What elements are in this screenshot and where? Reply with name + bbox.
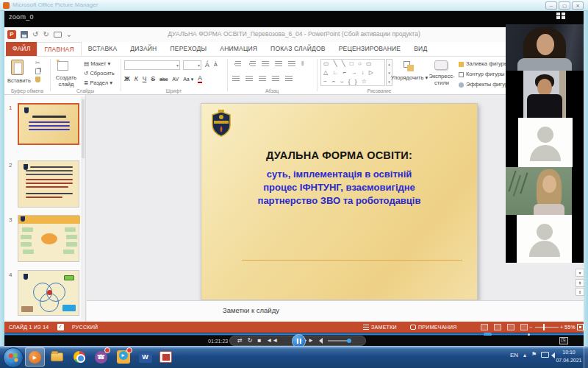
slide-thumbnail-1[interactable]	[18, 103, 79, 145]
slide-thumbnail-3[interactable]	[18, 215, 79, 262]
close-button[interactable]: ✕	[572, 1, 584, 10]
grow-font-icon[interactable]: А́	[205, 62, 209, 68]
repeat-icon[interactable]: ↻	[248, 338, 253, 344]
paste-button[interactable]: Вставить	[7, 77, 29, 84]
show-desktop-button[interactable]	[584, 346, 588, 368]
start-button[interactable]	[3, 347, 24, 368]
participant-video-2[interactable]	[523, 71, 566, 118]
new-slide-button[interactable]: Создать слайд	[51, 74, 81, 88]
slide-thumbnail-4[interactable]	[18, 270, 79, 316]
volume-icon[interactable]	[319, 338, 323, 344]
reading-view-icon[interactable]	[507, 324, 514, 330]
save-icon[interactable]	[21, 31, 28, 38]
taskbar-viber[interactable]: ☎	[91, 347, 111, 367]
slide-title[interactable]: ДУАЛЬНА ФОРМА ОСВІТИ:	[201, 149, 477, 161]
tray-expand-icon[interactable]: ▴	[523, 352, 526, 358]
align-right-button[interactable]	[259, 76, 266, 82]
zoom-level[interactable]: 55%	[564, 325, 576, 330]
slideshow-view-icon[interactable]	[520, 324, 528, 330]
change-case-button[interactable]: Aa ▾	[183, 77, 193, 82]
next-slide-button[interactable]: ⇟	[576, 288, 584, 296]
arrange-button[interactable]: Упорядочить ▾	[390, 74, 429, 81]
align-center-button[interactable]	[245, 76, 253, 82]
tab-file[interactable]: ФАЙЛ	[6, 42, 37, 56]
new-slide-icon[interactable]	[57, 61, 68, 71]
participant-placeholder-1[interactable]	[518, 118, 573, 167]
taskbar-app-red[interactable]	[156, 347, 176, 367]
tab-transitions[interactable]: ПЕРЕХОДЫ	[163, 42, 213, 56]
quick-styles-button[interactable]: Экспресс-стили	[427, 73, 456, 86]
italic-button[interactable]: К	[135, 76, 138, 82]
slide-subtitle-line[interactable]: партнерство ЗВО та роботодавців	[201, 195, 477, 206]
zoom-slider-thumb[interactable]	[543, 324, 545, 330]
justify-button[interactable]	[272, 76, 279, 82]
zoom-slider[interactable]	[535, 327, 559, 328]
spellcheck-icon[interactable]	[57, 324, 64, 330]
slide-canvas[interactable]: ДУАЛЬНА ФОРМА ОСВІТИ: суть, імплементаці…	[201, 103, 478, 300]
participant-video-1[interactable]	[506, 24, 584, 71]
font-color-button[interactable]: А	[198, 75, 202, 83]
previous-slide-button[interactable]: ⇞	[576, 279, 584, 287]
stop-icon[interactable]: ■	[257, 338, 261, 344]
tray-clock[interactable]: 10:10 07.04.2021	[553, 348, 585, 364]
notes-pane[interactable]: Заметки к слайду	[87, 300, 584, 322]
underline-button[interactable]: Ч	[143, 76, 147, 82]
shrink-font-icon[interactable]: А̀	[214, 62, 218, 67]
slide-subtitle-line[interactable]: процес ІФНТУНГ, взаємовигідне	[201, 182, 477, 193]
shape-outline-button[interactable]: Контур фигуры	[459, 71, 504, 77]
maximize-button[interactable]: ▢	[559, 1, 570, 10]
gallery-view-icon[interactable]	[556, 13, 566, 20]
thumbnails-scrollbar[interactable]	[81, 96, 85, 320]
shadow-button[interactable]: abc	[159, 77, 168, 82]
shuffle-icon[interactable]: ⇄	[237, 338, 243, 344]
start-slideshow-icon[interactable]	[54, 32, 62, 38]
increase-indent-button[interactable]	[275, 61, 282, 67]
line-spacing-button[interactable]	[288, 61, 295, 67]
tab-design[interactable]: ДИЗАЙН	[123, 42, 163, 56]
redo-icon[interactable]: ↻	[43, 31, 49, 38]
scroll-down-button[interactable]: ▾	[576, 269, 584, 277]
zoom-out-button[interactable]: −	[529, 325, 532, 330]
shape-fill-button[interactable]: Заливка фигуры	[459, 60, 508, 67]
columns-button[interactable]	[285, 76, 293, 82]
paste-button-icon[interactable]	[11, 60, 24, 75]
action-center-flag-icon[interactable]: ⚑	[531, 351, 537, 358]
normal-view-icon[interactable]	[481, 324, 488, 330]
tab-view[interactable]: ВИД	[407, 42, 434, 56]
undo-icon[interactable]: ↺	[32, 31, 38, 38]
cut-icon[interactable]: ✂	[35, 60, 40, 66]
comments-toggle[interactable]: ПРИМЕЧАНИЯ	[418, 325, 457, 330]
align-left-button[interactable]	[232, 76, 240, 82]
shapes-gallery-scroll[interactable]: ▴▾▾	[386, 59, 392, 86]
tab-home[interactable]: ГЛАВНАЯ	[37, 42, 81, 56]
slide-subtitle-line[interactable]: суть, імплементація в освітній	[201, 169, 477, 180]
taskbar-telegram[interactable]	[113, 347, 133, 367]
taskbar-word[interactable]: W	[135, 347, 155, 367]
section-button[interactable]: ≣ Раздел ▾	[84, 79, 112, 86]
rewind-icon[interactable]: ◄◄	[266, 338, 278, 344]
participant-placeholder-2[interactable]	[517, 215, 572, 263]
slide-thumbnail-2[interactable]	[18, 160, 79, 208]
layout-button[interactable]: ▤ Макет ▾	[84, 60, 110, 67]
notes-toggle[interactable]: ЗАМЕТКИ	[371, 325, 397, 330]
taskbar-explorer[interactable]	[47, 347, 67, 367]
bold-button[interactable]: Ж	[124, 76, 130, 82]
taskbar-media-player[interactable]: ▶	[25, 347, 45, 367]
reset-button[interactable]: ↺ Сбросить	[84, 70, 115, 77]
bullets-button[interactable]	[235, 61, 241, 67]
strikethrough-button[interactable]: S	[151, 76, 155, 82]
language-indicator[interactable]: РУССКИЙ	[72, 325, 98, 330]
shapes-gallery[interactable]: ▭ ╲ ╲ □ ○ ▭△ ∟ ⌐ → ↓ ▷~ ⌢ ⌣ { } ☆	[320, 59, 385, 86]
shape-effects-button[interactable]: Эффекты фигур	[459, 81, 508, 88]
text-direction-button[interactable]: ⫴	[301, 61, 304, 67]
decrease-indent-button[interactable]	[262, 61, 269, 67]
volume-slider[interactable]	[328, 340, 350, 342]
character-spacing-button[interactable]: AV	[172, 77, 179, 82]
customize-qat-icon[interactable]: ⌄	[66, 31, 72, 38]
tray-display-icon[interactable]	[541, 352, 549, 358]
numbering-button[interactable]	[250, 61, 256, 67]
taskbar-chrome[interactable]	[69, 347, 89, 367]
popout-icon[interactable]	[559, 337, 568, 344]
fit-slide-icon[interactable]	[577, 324, 584, 330]
format-painter-icon[interactable]	[35, 77, 40, 82]
